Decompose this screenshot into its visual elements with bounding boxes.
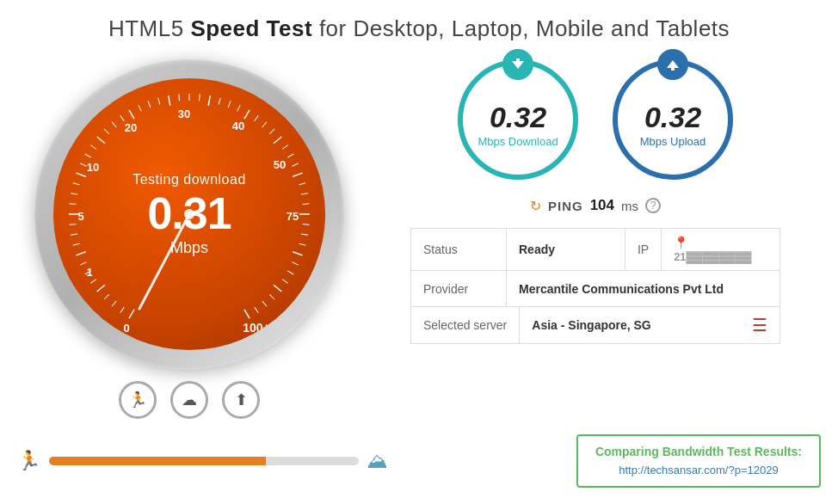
svg-line-41 — [200, 95, 200, 101]
svg-line-21 — [70, 224, 77, 225]
header-text-bold: Speed Test — [190, 15, 312, 41]
provider-value: Mercantile Communications Pvt Ltd — [507, 275, 779, 303]
svg-line-34 — [129, 110, 134, 119]
svg-line-39 — [179, 95, 180, 101]
svg-line-15 — [90, 280, 96, 284]
testing-label: Testing download — [132, 172, 246, 187]
ping-help-button[interactable]: ? — [645, 198, 661, 213]
upload-speed-value: 0.32 — [644, 101, 701, 133]
provider-key: Provider — [411, 275, 506, 303]
svg-line-16 — [85, 271, 91, 274]
svg-line-35 — [139, 105, 141, 111]
svg-line-19 — [73, 243, 80, 245]
svg-line-49 — [269, 129, 274, 134]
ping-label: PING — [548, 199, 583, 213]
svg-line-47 — [255, 115, 259, 121]
run-button[interactable]: 🏃 — [119, 381, 157, 419]
svg-line-33 — [120, 115, 125, 121]
upload-circle-wrapper: 0.32 Mbps Upload — [613, 59, 733, 180]
ip-key: IP — [625, 236, 661, 263]
bandwidth-box: Comparing Bandwidth Test Results: http:/… — [576, 434, 821, 488]
svg-line-13 — [104, 294, 109, 299]
bandwidth-link[interactable]: http://techsansar.com/?p=12029 — [619, 464, 778, 476]
download-circle: 0.32 Mbps Download — [458, 59, 578, 180]
svg-text:75: 75 — [287, 210, 299, 223]
svg-text:30: 30 — [178, 108, 190, 120]
svg-line-66 — [274, 285, 281, 292]
svg-line-12 — [112, 301, 116, 306]
svg-line-60 — [301, 234, 308, 235]
svg-text:0: 0 — [123, 322, 129, 335]
server-key: Selected server — [411, 311, 519, 339]
svg-line-24 — [71, 194, 77, 194]
ping-unit: ms — [621, 199, 638, 213]
upload-label: Mbps Upload — [640, 135, 706, 148]
svg-line-17 — [80, 262, 86, 265]
svg-rect-76 — [671, 65, 675, 71]
svg-line-28 — [85, 154, 91, 157]
svg-line-48 — [262, 122, 267, 127]
upload-icon — [657, 49, 688, 80]
svg-line-46 — [244, 110, 250, 119]
svg-line-55 — [299, 183, 306, 185]
svg-text:40: 40 — [232, 120, 244, 132]
bandwidth-title: Comparing Bandwidth Test Results: — [595, 445, 802, 458]
svg-line-57 — [302, 204, 309, 205]
download-circle-wrapper: 0.32 Mbps Download — [458, 59, 578, 180]
svg-line-65 — [282, 280, 288, 284]
svg-rect-74 — [516, 58, 520, 65]
server-value: Asia - Singapore, SG — [520, 311, 752, 339]
download-speed-value: 0.32 — [490, 101, 546, 133]
svg-line-63 — [293, 262, 299, 265]
gauge-center-text: Testing download 0.31 Mbps — [132, 172, 246, 257]
svg-line-69 — [255, 307, 259, 313]
info-table: Status Ready IP 📍 21▓▓▓▓▓▓▓▓ Provider Me… — [410, 228, 780, 344]
svg-line-44 — [228, 101, 231, 108]
upload-cloud-button[interactable]: ☁ — [170, 381, 208, 419]
svg-line-23 — [70, 204, 77, 205]
svg-line-56 — [301, 194, 308, 194]
svg-line-27 — [80, 163, 86, 166]
server-menu-icon[interactable]: ☰ — [752, 315, 779, 335]
svg-line-43 — [219, 98, 220, 105]
ip-pin-icon: 📍 — [674, 236, 688, 249]
svg-line-18 — [76, 252, 85, 255]
download-icon — [502, 49, 533, 80]
gauge-speed-unit: Mbps — [132, 239, 246, 257]
page-header: HTML5 Speed Test for Desktop, Laptop, Mo… — [0, 0, 838, 51]
share-button[interactable]: ⬆ — [222, 381, 260, 419]
svg-line-30 — [97, 137, 105, 144]
svg-text:1: 1 — [86, 266, 92, 279]
download-label: Mbps Download — [478, 135, 558, 148]
svg-line-14 — [97, 285, 105, 292]
svg-line-64 — [287, 271, 293, 274]
main-content: 0 1 5 10 20 30 40 50 75 100+ // Can't ru… — [0, 51, 838, 419]
bottom-bar: 🏃 ⛰ Comparing Bandwidth Test Results: ht… — [0, 427, 838, 495]
upload-circle: 0.32 Mbps Upload — [613, 59, 733, 180]
ip-blurred-value: 21▓▓▓▓▓▓▓▓ — [674, 250, 751, 263]
bottom-progress-bar — [49, 457, 359, 465]
svg-line-62 — [293, 252, 302, 255]
svg-line-45 — [237, 105, 240, 111]
svg-line-70 — [244, 310, 250, 318]
svg-text:20: 20 — [125, 121, 137, 134]
svg-text:50: 50 — [274, 158, 286, 171]
ping-refresh-icon: ↻ — [530, 198, 541, 214]
svg-line-10 — [129, 310, 134, 318]
bottom-upload-icon: ⛰ — [367, 449, 388, 473]
svg-line-59 — [302, 224, 309, 225]
ip-value: 📍 21▓▓▓▓▓▓▓▓ — [662, 229, 779, 270]
svg-line-37 — [158, 98, 160, 105]
gauge-outer: 0 1 5 10 20 30 40 50 75 100+ // Can't ru… — [34, 59, 344, 369]
svg-line-51 — [282, 145, 288, 150]
svg-line-53 — [293, 163, 299, 166]
svg-line-42 — [208, 95, 210, 106]
svg-text:100+: 100+ — [243, 321, 270, 335]
svg-line-29 — [90, 145, 96, 150]
svg-line-11 — [120, 307, 125, 313]
status-ip-row: Status Ready IP 📍 21▓▓▓▓▓▓▓▓ — [411, 229, 779, 271]
status-key: Status — [411, 236, 506, 263]
ping-value: 104 — [590, 197, 614, 214]
svg-line-54 — [293, 173, 302, 176]
gauge-section: 0 1 5 10 20 30 40 50 75 100+ // Can't ru… — [26, 51, 353, 419]
